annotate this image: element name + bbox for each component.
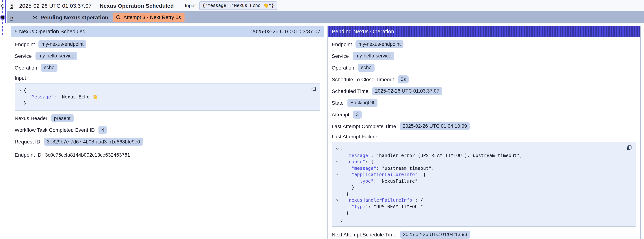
field-row: Nexus Header present xyxy=(15,114,320,122)
endpoint-id-row: Endpoint ID 3c0c75ccfa8144b092c13ce63246… xyxy=(15,150,320,159)
field-row: Attempt 3 xyxy=(332,110,636,118)
code-text: { xyxy=(24,88,26,93)
code-line: } xyxy=(334,210,623,216)
field-row: Service my-hello-service xyxy=(332,52,636,60)
endpoint-id-link[interactable]: 3c0c75ccfa8144b092c13ce632463761 xyxy=(45,152,130,158)
code-line: { xyxy=(334,146,623,152)
field-row: State BackingOff xyxy=(332,98,636,107)
code-line: "nexusHandlerFailureInfo": { xyxy=(334,197,623,203)
event-title: Pending Nexus Operation xyxy=(40,14,108,20)
field-row: Scheduled Time 2025-02-26 UTC 01:03:37.0… xyxy=(332,87,636,95)
field-value-badge: my-nexus-endpoint xyxy=(39,40,86,48)
code-line: }, xyxy=(334,190,623,197)
code-text: } xyxy=(340,217,343,222)
field-label: Service xyxy=(332,53,349,59)
code-line: "cause": { xyxy=(334,158,623,165)
field-list: Nexus Header present Workflow Task Compl… xyxy=(15,114,320,146)
scheduled-event-panel: 5 Nexus Operation Scheduled 2025-02-26 U… xyxy=(10,26,324,166)
collapse-chevron-icon[interactable] xyxy=(334,198,340,202)
code-text: }, xyxy=(340,191,352,196)
collapse-chevron-icon[interactable] xyxy=(334,147,340,150)
failure-section-label: Last Attempt Failure xyxy=(332,134,636,140)
code-text: "message": "handler error (UPSTREAM_TIME… xyxy=(340,152,522,158)
copy-button[interactable] xyxy=(626,144,632,150)
next-attempt-row: Next Attempt Schedule Time 2025-02-26 UT… xyxy=(332,230,636,239)
event-row-pending[interactable]: 5 Pending Nexus Operation Attempt 3 · Ne… xyxy=(7,11,644,24)
event-id-link[interactable]: 5 xyxy=(10,14,13,20)
field-value-badge: present xyxy=(51,114,74,122)
input-section-label: Input xyxy=(15,75,320,81)
copy-button[interactable] xyxy=(311,86,317,92)
pending-panel-header: Pending Nexus Operation xyxy=(328,26,640,36)
field-row: Request ID 3e829b7e-7d67-4b08-aad3-b1e86… xyxy=(15,138,320,146)
code-line: "message": "handler error (UPSTREAM_TIME… xyxy=(334,152,623,158)
panel-title: Pending Nexus Operation xyxy=(332,28,394,34)
field-value-badge: 3 xyxy=(353,110,362,118)
event-marker-selected-icon xyxy=(1,16,4,19)
field-label: State xyxy=(332,100,344,106)
input-json-viewer: { "Message": "Nexus Echo 👋" xyxy=(15,83,320,110)
code-line: "message": "upstream timeout", xyxy=(334,165,623,171)
field-label: Next Attempt Schedule Time xyxy=(332,232,396,237)
field-row: Schedule To Close Timeout 0s xyxy=(332,75,636,84)
attempt-retry-text: Attempt 3 · Next Retry 0s xyxy=(124,14,181,20)
field-list: Endpoint my-nexus-endpoint Service my-he… xyxy=(332,40,636,130)
field-label: Last Attempt Complete Time xyxy=(332,123,396,129)
event-history-view: 5 2025-02-26 UTC 01:03:37.07 Nexus Opera… xyxy=(0,0,644,239)
input-preview-chip: {"Message":"Nexus Echo 👋"} xyxy=(199,2,277,10)
field-label: Request ID xyxy=(15,139,40,144)
code-text: "applicationFailureInfo": { xyxy=(340,172,426,177)
copy-icon xyxy=(626,144,632,150)
code-text: } xyxy=(340,185,354,190)
code-text: } xyxy=(24,100,26,106)
field-value-badge: 2025-02-26 UTC 01:03:37.07 xyxy=(372,87,442,95)
field-label: Operation xyxy=(15,64,37,70)
code-text: "type": "UPSTREAM_TIMEOUT" xyxy=(340,204,423,209)
field-value-badge: 2025-02-26 UTC 01:04:10.09 xyxy=(400,122,470,130)
field-label: Service xyxy=(15,53,32,59)
field-row: Operation echo xyxy=(332,63,636,72)
collapse-chevron-icon[interactable] xyxy=(17,89,24,92)
event-id-link[interactable]: 5 xyxy=(10,2,13,9)
field-value-badge: 4 xyxy=(98,126,107,134)
field-row: Workflow Task Completed Event ID 4 xyxy=(15,126,320,134)
field-label: Nexus Header xyxy=(15,115,48,121)
code-line: { xyxy=(17,87,308,94)
field-value-badge: 0s xyxy=(398,75,409,83)
collapse-chevron-icon[interactable] xyxy=(334,160,340,164)
code-text: "cause": { xyxy=(340,159,374,164)
field-row: Endpoint my-nexus-endpoint xyxy=(332,40,636,48)
code-line: "applicationFailureInfo": { xyxy=(334,171,623,178)
event-time: 2025-02-26 UTC 01:03:37.07 xyxy=(19,2,92,9)
collapse-chevron-icon[interactable] xyxy=(334,173,340,176)
field-label: Endpoint ID xyxy=(15,152,41,158)
code-text: } xyxy=(340,210,349,216)
selected-event-accent-bar xyxy=(5,0,6,24)
code-text: "Message": "Nexus Echo 👋" xyxy=(24,94,101,100)
pending-icon xyxy=(32,15,38,20)
field-label: Schedule To Close Timeout xyxy=(332,76,394,82)
field-label: Scheduled Time xyxy=(332,88,368,94)
event-row-scheduled[interactable]: 5 2025-02-26 UTC 01:03:37.07 Nexus Opera… xyxy=(7,0,644,11)
code-line: "type": "NexusFailure" xyxy=(334,178,623,184)
field-row: Operation echo xyxy=(15,63,320,72)
failure-json-viewer: { "message": "handler error (UPSTREAM_TI… xyxy=(332,142,636,226)
field-list: Endpoint my-nexus-endpoint Service my-he… xyxy=(15,40,320,72)
code-text: "type": "NexusFailure" xyxy=(340,178,418,184)
attempt-retry-badge: Attempt 3 · Next Retry 0s xyxy=(113,13,184,22)
field-label: Endpoint xyxy=(332,41,352,47)
code-text: "nexusHandlerFailureInfo": { xyxy=(340,198,423,203)
code-line: } xyxy=(334,184,623,190)
event-title: Nexus Operation Scheduled xyxy=(100,2,174,9)
pending-operation-panel: Pending Nexus Operation Endpoint my-nexu… xyxy=(327,26,641,239)
field-value-badge: 3e829b7e-7d67-4b08-aad3-b1e868bfe9e0 xyxy=(44,138,143,146)
panel-title: 5 Nexus Operation Scheduled xyxy=(15,28,86,34)
code-line: "type": "UPSTREAM_TIMEOUT" xyxy=(334,203,623,210)
field-row: Last Attempt Complete Time 2025-02-26 UT… xyxy=(332,122,636,130)
code-text: "message": "upstream timeout", xyxy=(340,166,434,171)
field-value-badge: echo xyxy=(358,64,374,72)
code-line: } xyxy=(334,216,623,222)
field-label: Operation xyxy=(332,64,354,70)
field-row: Endpoint my-nexus-endpoint xyxy=(15,40,320,48)
retry-icon xyxy=(116,15,121,20)
